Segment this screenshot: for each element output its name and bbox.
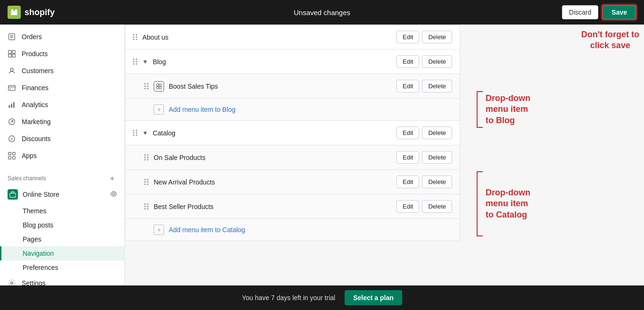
sidebar-item-customers[interactable]: Customers <box>0 62 124 79</box>
main-nav: Orders Products Customers Finances <box>0 25 124 168</box>
svg-point-8 <box>10 68 13 71</box>
finances-label: Finances <box>22 84 49 92</box>
menu-actions-new-arrival: Edit Delete <box>396 176 452 188</box>
discard-button[interactable]: Discard <box>562 5 598 19</box>
analytics-label: Analytics <box>22 101 48 109</box>
menu-item-about-us: About us <box>142 34 392 41</box>
orders-icon <box>8 33 16 41</box>
edit-on-sale-button[interactable]: Edit <box>396 151 419 164</box>
add-channel-icon[interactable]: ＋ <box>107 174 117 183</box>
main-layout: Orders Products Customers Finances <box>0 25 644 285</box>
sidebar-item-online-store[interactable]: Online Store <box>0 185 124 204</box>
menu-actions-blog: Edit Delete <box>396 55 452 68</box>
sidebar-item-preferences[interactable]: Preferences <box>0 260 124 275</box>
menu-row-blog: ▼ Blog Edit Delete <box>125 50 460 74</box>
finances-icon <box>8 84 16 92</box>
sidebar-item-marketing[interactable]: Marketing <box>0 113 124 130</box>
sidebar-item-themes[interactable]: Themes <box>0 204 124 218</box>
catalog-bracket-icon <box>474 171 484 237</box>
sidebar-item-analytics[interactable]: Analytics <box>0 96 124 113</box>
drag-handle-on-sale[interactable] <box>144 154 149 160</box>
menu-row-add-to-blog[interactable]: ＋ Add menu item to Blog <box>125 99 460 121</box>
menu-item-best-seller: Best Seller Products <box>154 203 392 210</box>
sales-channels-label: Sales channels <box>8 175 46 182</box>
sidebar-item-finances[interactable]: Finances <box>0 79 124 96</box>
analytics-icon <box>8 101 16 109</box>
blog-dropdown-annotation: Drop-downmenu itemto Blog <box>474 91 530 128</box>
svg-rect-28 <box>157 86 158 88</box>
menu-item-on-sale: On Sale Products <box>154 154 392 161</box>
menu-actions-boost-sales: Edit Delete <box>396 80 452 92</box>
catalog-dropdown-text: Drop-downmenu itemto Catalog <box>486 187 530 220</box>
edit-catalog-button[interactable]: Edit <box>396 126 419 139</box>
settings-label: Settings <box>22 279 46 285</box>
edit-blog-button[interactable]: Edit <box>396 55 419 68</box>
edit-boost-sales-button[interactable]: Edit <box>396 80 419 92</box>
svg-rect-4 <box>8 50 11 53</box>
add-blog-item-icon: ＋ <box>154 104 164 115</box>
marketing-label: Marketing <box>22 118 50 126</box>
drag-handle-about-us[interactable] <box>133 34 138 40</box>
marketing-icon <box>8 117 16 126</box>
sidebar-item-pages[interactable]: Pages <box>0 232 124 246</box>
menu-row-new-arrival: New Arrival Products Edit Delete <box>125 170 460 194</box>
annotation-panel: Don't forget toclick save Drop-downmenu … <box>460 25 644 285</box>
select-plan-button[interactable]: Select a plan <box>345 290 402 305</box>
shopify-bag-icon <box>8 6 21 19</box>
logo[interactable]: shopify <box>8 6 55 19</box>
sidebar-item-orders[interactable]: Orders <box>0 28 124 45</box>
delete-about-us-button[interactable]: Delete <box>422 31 452 43</box>
customers-icon <box>8 67 16 75</box>
save-button[interactable]: Save <box>602 5 636 20</box>
svg-rect-13 <box>11 104 12 108</box>
products-label: Products <box>22 50 48 58</box>
sidebar-item-products[interactable]: Products <box>0 45 124 62</box>
sidebar-item-blog-posts[interactable]: Blog posts <box>0 218 124 232</box>
apps-label: Apps <box>22 152 37 159</box>
delete-catalog-button[interactable]: Delete <box>422 126 452 139</box>
drag-handle-catalog[interactable] <box>133 130 138 136</box>
sidebar-item-navigation[interactable]: Navigation <box>0 246 124 260</box>
menu-list: About us Edit Delete ▼ Blog Edit Del <box>125 25 460 241</box>
edit-best-seller-button[interactable]: Edit <box>396 200 419 213</box>
add-blog-item-label[interactable]: Add menu item to Blog <box>169 106 452 113</box>
menu-row-boost-sales: Boost Sales Tips Edit Delete <box>125 74 460 99</box>
svg-rect-20 <box>13 152 16 155</box>
svg-rect-22 <box>13 157 16 159</box>
apps-icon <box>8 151 16 160</box>
bottom-bar: You have 7 days left in your trial Selec… <box>0 285 644 310</box>
menu-item-blog: Blog <box>153 58 392 66</box>
drag-handle-blog[interactable] <box>133 59 138 65</box>
svg-rect-7 <box>12 54 15 57</box>
discounts-icon <box>8 134 16 143</box>
catalog-arrow-icon: ▼ <box>142 130 148 136</box>
add-catalog-item-label[interactable]: Add menu item to Catalog <box>169 226 452 234</box>
svg-rect-21 <box>8 157 11 159</box>
delete-boost-sales-button[interactable]: Delete <box>422 80 452 92</box>
delete-best-seller-button[interactable]: Delete <box>422 200 452 213</box>
save-reminder-text: Don't forget toclick save <box>581 29 639 51</box>
svg-point-18 <box>12 139 13 140</box>
edit-about-us-button[interactable]: Edit <box>396 31 419 43</box>
drag-handle-new-arrival[interactable] <box>144 179 149 185</box>
drag-handle-boost-sales[interactable] <box>144 83 149 89</box>
svg-rect-12 <box>9 105 10 108</box>
menu-row-add-to-catalog[interactable]: ＋ Add menu item to Catalog <box>125 219 460 241</box>
menu-actions-on-sale: Edit Delete <box>396 151 452 164</box>
svg-point-25 <box>11 282 13 285</box>
sidebar-item-discounts[interactable]: Discounts <box>0 130 124 147</box>
edit-new-arrival-button[interactable]: Edit <box>396 176 419 188</box>
online-store-icon <box>8 189 18 200</box>
delete-blog-button[interactable]: Delete <box>422 55 452 68</box>
drag-handle-best-seller[interactable] <box>144 203 149 209</box>
save-reminder-annotation: Don't forget toclick save <box>581 29 639 51</box>
topbar: shopify Unsaved changes Discard Save <box>0 0 644 25</box>
sales-channels-section: Sales channels ＋ <box>0 168 124 185</box>
eye-icon <box>110 191 117 199</box>
sidebar-item-settings[interactable]: Settings <box>0 275 124 285</box>
delete-new-arrival-button[interactable]: Delete <box>422 176 452 188</box>
discounts-label: Discounts <box>22 135 50 142</box>
delete-on-sale-button[interactable]: Delete <box>422 151 452 164</box>
sidebar-item-apps[interactable]: Apps <box>0 147 124 164</box>
menu-row-catalog: ▼ Catalog Edit Delete <box>125 121 460 145</box>
